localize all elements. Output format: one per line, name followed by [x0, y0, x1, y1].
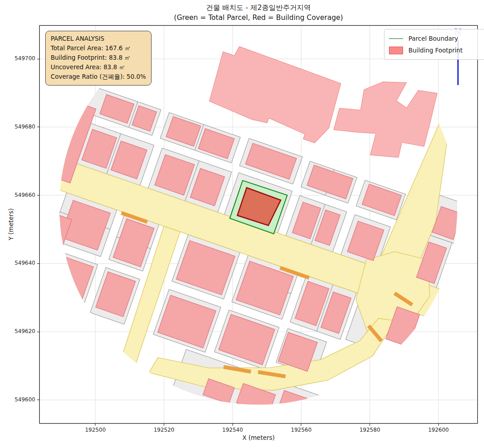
legend: Parcel Boundary Building Footprint	[384, 29, 484, 60]
figure: 건물 배치도 - 제2종일반주거지역 (Green = Total Parcel…	[0, 0, 484, 448]
x-tick-mark	[370, 424, 370, 426]
y-tick-label: 549640	[6, 260, 35, 266]
x-tick-mark	[438, 424, 439, 426]
y-tick-mark	[37, 127, 39, 127]
y-tick-mark	[37, 400, 39, 400]
large-building-complex	[209, 47, 341, 143]
x-tick-mark	[95, 424, 95, 426]
y-tick-mark	[37, 195, 39, 195]
legend-entry-parcel-boundary: Parcel Boundary	[389, 33, 480, 44]
y-tick-label: 549600	[6, 396, 35, 403]
x-tick-mark	[233, 424, 233, 426]
x-axis-label: X (meters)	[40, 434, 477, 441]
legend-entry-building-footprint: Building Footprint	[389, 44, 480, 56]
x-tick-label: 192580	[354, 427, 386, 433]
legend-swatch	[389, 38, 403, 39]
y-tick-label: 549660	[6, 192, 35, 198]
annotation-line: Uncovered Area: 83.8 ㎡	[51, 62, 146, 72]
parcel-analysis-box: PARCEL ANALYSIS Total Parcel Area: 167.6…	[45, 31, 152, 86]
legend-label: Building Footprint	[408, 47, 463, 54]
chart-subtitle: (Green = Total Parcel, Red = Building Co…	[40, 14, 477, 22]
x-tick-label: 192540	[217, 427, 248, 433]
y-tick-label: 549700	[6, 55, 35, 62]
legend-label: Parcel Boundary	[408, 35, 458, 42]
y-tick-mark	[37, 59, 39, 59]
x-tick-label: 192560	[285, 427, 317, 433]
y-tick-label: 549680	[6, 124, 35, 130]
y-axis-label: Y (meters)	[7, 208, 14, 240]
building-footprint	[113, 219, 154, 267]
annotation-line: Building Footprint: 83.8 ㎡	[51, 53, 146, 62]
legend-swatch	[389, 47, 403, 54]
y-tick-mark	[37, 332, 39, 332]
x-tick-label: 192500	[80, 427, 111, 433]
x-tick-mark	[164, 424, 164, 426]
green-line-swatch	[389, 38, 403, 39]
annotation-line: Coverage Ratio (건폐율): 50.0%	[51, 72, 146, 81]
x-tick-mark	[301, 424, 301, 426]
y-tick-label: 549620	[6, 328, 35, 334]
building-footprint	[362, 184, 401, 216]
red-patch-swatch	[389, 47, 403, 54]
x-tick-label: 192520	[148, 427, 180, 433]
annotation-title: PARCEL ANALYSIS	[51, 34, 146, 43]
chart-title: 건물 배치도 - 제2종일반주거지역	[40, 3, 477, 13]
large-building-complex	[334, 82, 437, 157]
y-tick-mark	[37, 263, 39, 264]
x-tick-label: 192600	[422, 427, 454, 433]
annotation-line: Total Parcel Area: 167.6 ㎡	[51, 43, 146, 53]
